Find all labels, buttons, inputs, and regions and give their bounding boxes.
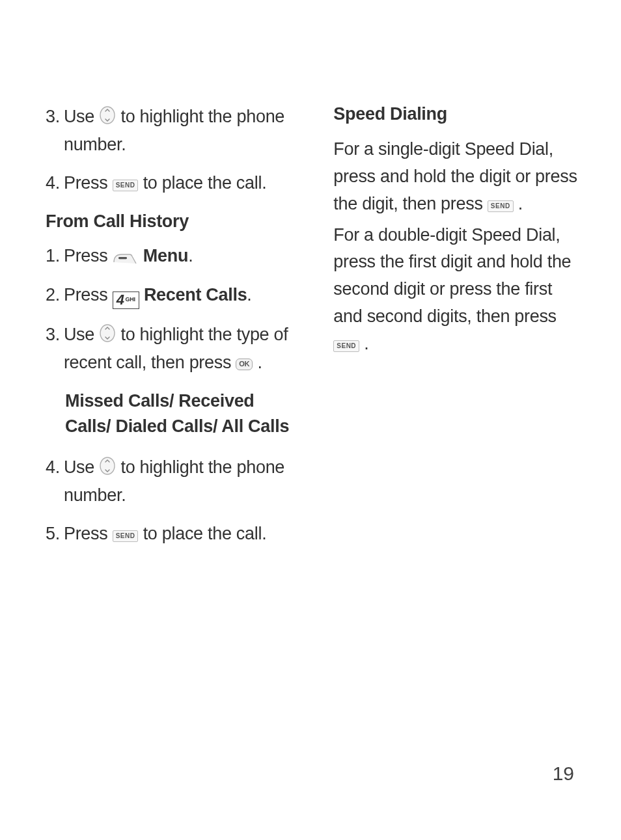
speed-dial-double: For a double-digit Speed Dial, press the… [333,222,582,358]
step-number: 3. [46,104,64,157]
step-number: 1. [46,243,64,269]
speed-dial-single: For a single-digit Speed Dial, press and… [333,136,582,218]
softkey-left-icon [113,251,139,265]
step-1-press-menu: 1. Press Menu. [46,243,304,269]
step-3-use-type: 3. Use to highlight the type of recent c… [46,322,304,375]
step-text: Press Menu. [64,243,304,269]
step-number: 4. [46,455,64,508]
nav-key-icon [99,323,116,350]
nav-key-icon [99,456,116,483]
section-heading-speed-dialing: Speed Dialing [333,104,582,124]
step-number: 3. [46,322,64,375]
left-column: 3. Use to highlight the phone number. 4.… [46,104,304,560]
step-text: Use to highlight the phone number. [64,455,304,508]
ok-key-icon: OK [236,359,253,370]
step-3-use-highlight: 3. Use to highlight the phone number. [46,104,304,157]
step-text: Use to highlight the phone number. [64,104,304,157]
step-4-use-highlight: 4. Use to highlight the phone number. [46,455,304,508]
step-5-press-send: 5. Press SEND to place the call. [46,521,304,547]
step-4-press-send: 4. Press SEND to place the call. [46,170,304,196]
step-number: 2. [46,282,64,309]
svg-rect-1 [118,257,127,259]
step-text: Press 4GHI Recent Calls. [64,282,304,309]
step-text: Press SEND to place the call. [64,170,304,196]
step-number: 5. [46,521,64,547]
send-key-icon: SEND [113,530,139,542]
send-key-icon: SEND [113,180,139,191]
page-number: 19 [553,763,574,785]
right-column: Speed Dialing For a single-digit Speed D… [333,104,582,560]
send-key-icon: SEND [333,340,359,352]
section-heading-call-history: From Call History [46,211,304,232]
step-2-press-4: 2. Press 4GHI Recent Calls. [46,282,304,309]
nav-key-icon [99,105,116,132]
call-type-options: Missed Calls/ Received Calls/ Dialed Cal… [65,388,304,439]
step-text: Use to highlight the type of recent call… [64,322,304,375]
step-number: 4. [46,170,64,196]
step-text: Press SEND to place the call. [64,521,304,547]
recent-calls-label: Recent Calls [144,285,247,305]
send-key-icon: SEND [488,200,514,212]
key-4-icon: 4GHI [113,291,139,309]
page-content: 3. Use to highlight the phone number. 4.… [0,0,621,560]
menu-label: Menu [143,246,188,265]
